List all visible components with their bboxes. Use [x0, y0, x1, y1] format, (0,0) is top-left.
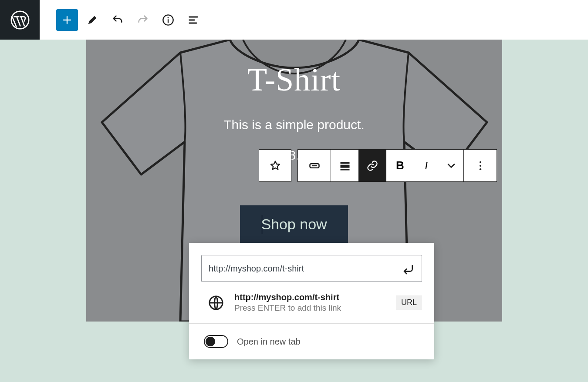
italic-icon: I: [424, 159, 428, 172]
chevron-down-icon: [445, 160, 457, 172]
url-badge: URL: [396, 295, 422, 310]
globe-icon: [208, 295, 224, 311]
block-options-button[interactable]: [464, 150, 497, 181]
svg-point-2: [167, 17, 169, 18]
change-style-button[interactable]: [298, 150, 331, 181]
block-toolbar-group-2: [297, 149, 331, 182]
text-cursor: [262, 215, 262, 234]
undo-button[interactable]: [107, 9, 128, 31]
block-toolbar-group-1: [259, 149, 291, 182]
shop-now-label: Shop now: [261, 216, 327, 232]
bold-button[interactable]: B: [386, 150, 414, 181]
block-type-button[interactable]: [259, 150, 291, 181]
link-url-input[interactable]: [209, 264, 395, 274]
suggestion-url: http://myshop.com/t-shirt: [234, 292, 385, 302]
svg-rect-6: [340, 162, 349, 164]
open-new-tab-label: Open in new tab: [237, 337, 301, 347]
plus-icon: [61, 14, 73, 26]
svg-rect-7: [340, 164, 349, 168]
more-rich-text-button[interactable]: [439, 150, 463, 181]
editor-top-toolbar: [0, 0, 588, 40]
link-popover: http://myshop.com/t-shirt Press ENTER to…: [189, 243, 434, 359]
svg-point-10: [479, 164, 481, 166]
svg-rect-5: [312, 165, 317, 166]
redo-icon: [137, 14, 149, 26]
product-title[interactable]: T-Shirt: [247, 61, 341, 98]
suggestion-text: http://myshop.com/t-shirt Press ENTER to…: [234, 292, 385, 313]
details-button[interactable]: [157, 9, 179, 31]
product-subtitle[interactable]: This is a simple product.: [223, 117, 364, 132]
toolbar-buttons: [40, 9, 204, 31]
suggestion-hint: Press ENTER to add this link: [234, 303, 385, 313]
toggle-knob: [206, 337, 215, 346]
more-vertical-icon: [474, 160, 487, 172]
link-url-input-wrap: [201, 255, 422, 282]
svg-rect-3: [168, 19, 169, 23]
button-style-icon: [308, 160, 321, 172]
svg-point-9: [479, 161, 481, 163]
block-toolbar: B I: [259, 149, 497, 182]
svg-point-11: [479, 168, 481, 170]
svg-rect-8: [340, 169, 349, 171]
shop-now-button[interactable]: Shop now: [240, 205, 348, 243]
undo-icon: [112, 14, 124, 26]
wordpress-icon: [10, 10, 30, 30]
wordpress-logo[interactable]: [0, 0, 40, 40]
open-new-tab-toggle[interactable]: [204, 335, 228, 348]
info-icon: [162, 14, 174, 26]
bold-icon: B: [396, 159, 404, 172]
submit-link-button[interactable]: [401, 261, 415, 275]
add-block-button[interactable]: [56, 9, 78, 31]
list-view-icon: [187, 14, 199, 26]
link-input-row: [189, 243, 434, 288]
link-suggestion[interactable]: http://myshop.com/t-shirt Press ENTER to…: [189, 288, 434, 323]
block-toolbar-group-5: [463, 149, 497, 182]
block-toolbar-group-4: B I: [386, 149, 464, 182]
star-outline-icon: [269, 160, 281, 172]
italic-button[interactable]: I: [414, 150, 439, 181]
pencil-icon: [86, 14, 98, 26]
block-toolbar-group-3: [331, 149, 386, 182]
redo-button[interactable]: [132, 9, 154, 31]
enter-icon: [401, 261, 415, 275]
link-icon: [366, 160, 378, 172]
link-button[interactable]: [358, 150, 386, 181]
align-button[interactable]: [331, 150, 358, 181]
outline-button[interactable]: [182, 9, 204, 31]
align-icon: [339, 160, 351, 172]
edit-mode-button[interactable]: [81, 9, 103, 31]
open-new-tab-row: Open in new tab: [189, 324, 434, 359]
